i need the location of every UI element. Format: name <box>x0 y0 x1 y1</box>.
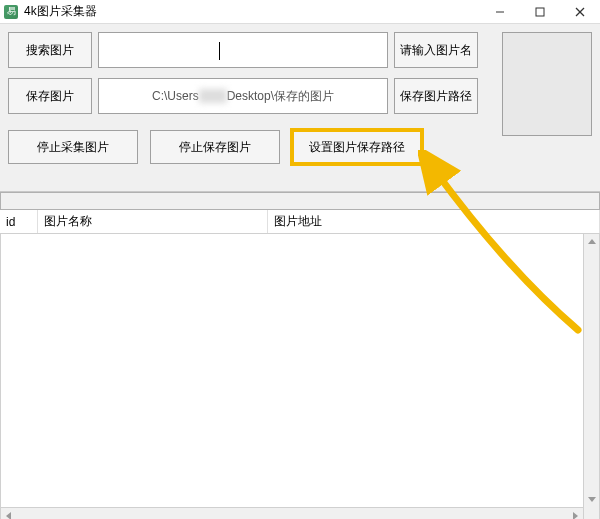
save-path-blur: xxxx <box>199 89 227 103</box>
save-button[interactable]: 保存图片 <box>8 78 92 114</box>
close-icon <box>575 7 585 17</box>
text-caret <box>219 42 220 60</box>
horizontal-scrollbar[interactable] <box>1 507 583 519</box>
maximize-icon <box>535 7 545 17</box>
divider-bar <box>0 192 600 210</box>
search-input[interactable] <box>98 32 388 68</box>
minimize-button[interactable] <box>480 0 520 24</box>
window-title: 4k图片采集器 <box>24 3 97 20</box>
save-path-display: C:\UsersxxxxDesktop\保存的图片 <box>98 78 388 114</box>
close-button[interactable] <box>560 0 600 24</box>
preview-box <box>502 32 592 136</box>
maximize-button[interactable] <box>520 0 560 24</box>
search-button[interactable]: 搜索图片 <box>8 32 92 68</box>
window-controls <box>480 0 600 24</box>
stop-collect-button[interactable]: 停止采集图片 <box>8 130 138 164</box>
svg-rect-1 <box>536 8 544 16</box>
search-input-field[interactable] <box>107 33 379 67</box>
app-icon: 易 <box>4 5 18 19</box>
table-body <box>0 234 600 519</box>
minimize-icon <box>495 7 505 17</box>
table-header: id 图片名称 图片地址 <box>0 210 600 234</box>
input-name-button[interactable]: 请输入图片名 <box>394 32 478 68</box>
col-id[interactable]: id <box>0 210 38 233</box>
set-save-path-button[interactable]: 设置图片保存路径 <box>292 130 422 164</box>
results-table: id 图片名称 图片地址 <box>0 210 600 519</box>
col-url[interactable]: 图片地址 <box>268 210 600 233</box>
save-path-suffix: Desktop\保存的图片 <box>227 88 334 105</box>
toolbar: 搜索图片 请输入图片名 保存图片 C:\UsersxxxxDesktop\保存的… <box>0 24 600 192</box>
stop-save-button[interactable]: 停止保存图片 <box>150 130 280 164</box>
col-name[interactable]: 图片名称 <box>38 210 268 233</box>
window-titlebar: 易 4k图片采集器 <box>0 0 600 24</box>
save-path-prefix: C:\Users <box>152 89 199 103</box>
vertical-scrollbar[interactable] <box>583 234 599 519</box>
save-path-button[interactable]: 保存图片路径 <box>394 78 478 114</box>
